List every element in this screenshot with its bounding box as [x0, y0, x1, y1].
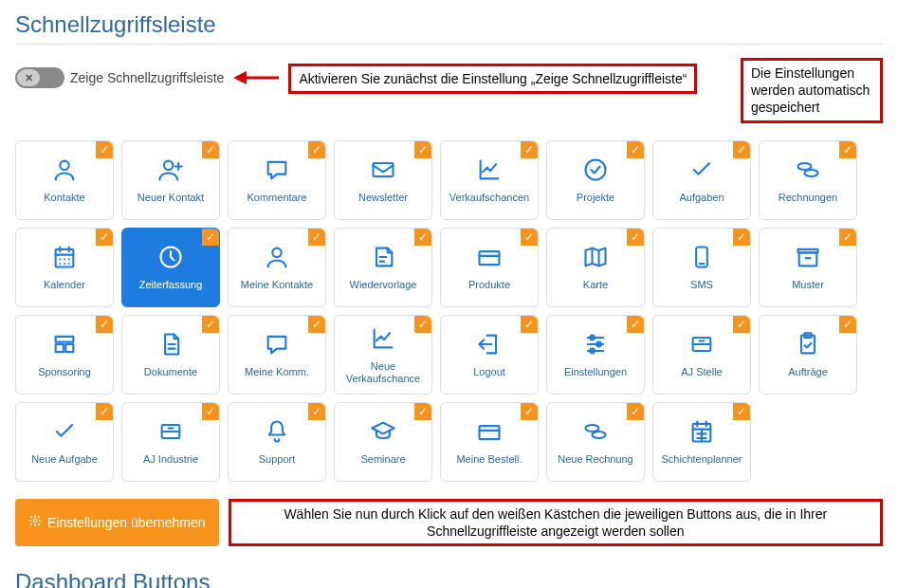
quickaccess-tile[interactable]: ✓Neue Verkaufschance: [334, 315, 432, 395]
quickaccess-tile[interactable]: ✓Wiedervorlage: [334, 228, 432, 307]
quickaccess-tile[interactable]: ✓Produkte: [440, 228, 539, 307]
tile-label: Einstellungen: [560, 366, 631, 378]
quickaccess-tile[interactable]: ✓Einstellungen: [546, 315, 645, 395]
circle-check-icon: [581, 156, 610, 184]
tile-checkbox[interactable]: ✓: [839, 316, 856, 333]
quickaccess-tile[interactable]: ✓Schichtenplanner: [652, 402, 751, 482]
tile-checkbox[interactable]: ✓: [733, 141, 750, 158]
tile-checkbox[interactable]: ✓: [96, 316, 113, 333]
tile-label: Neue Rechnung: [554, 453, 637, 466]
svg-rect-14: [798, 249, 818, 253]
card-icon: [475, 417, 504, 446]
tile-label: Meine Komm.: [241, 366, 313, 378]
tile-checkbox[interactable]: ✓: [627, 403, 644, 420]
quickaccess-tile[interactable]: ✓AJ Stelle: [652, 315, 751, 395]
tile-checkbox[interactable]: ✓: [733, 229, 750, 246]
annotation-select-tiles: Wählen Sie nun durch Klick auf den weiße…: [229, 499, 883, 546]
tile-checkbox[interactable]: ✓: [627, 229, 644, 246]
quickaccess-tile[interactable]: ✓Meine Komm.: [228, 315, 326, 395]
tile-label: Kontakte: [40, 192, 88, 204]
comment-icon: [263, 330, 291, 358]
tile-checkbox[interactable]: ✓: [839, 229, 856, 246]
quickaccess-tile[interactable]: ✓AJ Industrie: [121, 402, 220, 482]
envelope-icon: [369, 156, 397, 184]
quickaccess-tile[interactable]: ✓Kontakte: [15, 140, 114, 220]
quickaccess-tile[interactable]: ✓Seminare: [334, 402, 432, 482]
tile-checkbox[interactable]: ✓: [627, 141, 644, 158]
tile-checkbox[interactable]: ✓: [733, 316, 750, 333]
note-icon: [369, 243, 397, 271]
tile-checkbox[interactable]: ✓: [308, 141, 325, 158]
sliders-icon: [581, 330, 610, 358]
tile-checkbox[interactable]: ✓: [202, 141, 219, 158]
svg-rect-11: [480, 251, 500, 265]
tile-label: Seminare: [357, 453, 409, 466]
quickaccess-tile[interactable]: ✓Dokumente: [121, 315, 220, 395]
svg-marker-1: [233, 71, 247, 84]
tile-checkbox[interactable]: ✓: [414, 403, 431, 420]
tile-label: Karte: [579, 279, 612, 291]
quickaccess-tile[interactable]: ✓Sponsoring: [15, 315, 114, 395]
tile-checkbox[interactable]: ✓: [521, 316, 538, 333]
tile-checkbox[interactable]: ✓: [414, 141, 431, 158]
tile-checkbox[interactable]: ✓: [96, 141, 113, 158]
svg-point-6: [798, 163, 812, 170]
quickaccess-tile[interactable]: ✓Neuer Kontakt: [121, 140, 220, 220]
tile-checkbox[interactable]: ✓: [96, 403, 113, 420]
tile-checkbox[interactable]: ✓: [202, 403, 219, 420]
quickaccess-tile[interactable]: ✓Kalender: [15, 228, 114, 307]
quickaccess-tile[interactable]: ✓Kommentare: [228, 140, 326, 220]
tile-checkbox[interactable]: ✓: [627, 316, 644, 333]
quickaccess-tile[interactable]: ✓Logout: [440, 315, 539, 395]
tile-checkbox[interactable]: ✓: [202, 316, 219, 333]
clipboard-check-icon: [794, 330, 822, 358]
tile-checkbox[interactable]: ✓: [308, 403, 325, 420]
quickaccess-tile[interactable]: ✓Muster: [759, 228, 857, 307]
quickaccess-tile[interactable]: ✓Newsletter: [334, 140, 432, 220]
quickaccess-tile[interactable]: ✓Verkaufschancen: [440, 140, 539, 220]
check-icon: [687, 156, 716, 184]
quickaccess-tile[interactable]: ✓Meine Bestell.: [440, 402, 539, 482]
svg-rect-25: [480, 426, 500, 439]
tile-label: Neue Aufgabe: [27, 453, 101, 466]
tile-checkbox[interactable]: ✓: [733, 403, 750, 420]
quickaccess-tile[interactable]: ✓Aufgaben: [652, 140, 751, 220]
quickaccess-tile[interactable]: ✓Meine Kontakte: [228, 228, 326, 307]
quickaccess-tile[interactable]: ✓Zeiterfassung: [121, 228, 220, 307]
quickaccess-tile[interactable]: ✓Neue Rechnung: [546, 402, 645, 482]
toggle-label: Zeige Schnellzugriffsleiste: [70, 70, 224, 85]
quickaccess-tile[interactable]: ✓Rechnungen: [759, 140, 857, 220]
arrow-left-icon: [233, 67, 279, 88]
person-plus-icon: [156, 156, 185, 184]
tile-checkbox[interactable]: ✓: [414, 316, 431, 333]
quickaccess-tile[interactable]: ✓Aufträge: [759, 315, 857, 395]
svg-point-26: [586, 425, 599, 432]
tile-checkbox[interactable]: ✓: [521, 229, 538, 246]
svg-point-5: [586, 160, 606, 180]
graduation-icon: [369, 417, 397, 446]
person-icon: [50, 156, 79, 184]
show-quickaccess-toggle[interactable]: ✕: [15, 67, 64, 88]
quickaccess-tile[interactable]: ✓Support: [228, 402, 326, 482]
tile-label: Kalender: [40, 279, 89, 291]
quickaccess-tile[interactable]: ✓SMS: [652, 228, 751, 307]
tile-checkbox[interactable]: ✓: [96, 229, 113, 246]
logout-icon: [475, 330, 504, 358]
tile-checkbox[interactable]: ✓: [521, 141, 538, 158]
tile-label: Wiedervorlage: [346, 279, 421, 291]
apply-settings-button[interactable]: Einstellungen übernehmen: [15, 499, 219, 546]
tile-label: Support: [255, 453, 300, 466]
tile-checkbox[interactable]: ✓: [839, 141, 856, 158]
tile-checkbox[interactable]: ✓: [308, 316, 325, 333]
calendar-icon: [50, 243, 79, 271]
tile-checkbox[interactable]: ✓: [308, 229, 325, 246]
tile-checkbox[interactable]: ✓: [521, 403, 538, 420]
show-quickaccess-toggle-wrap: ✕ Zeige Schnellzugriffsleiste: [15, 67, 224, 88]
svg-point-10: [272, 248, 281, 257]
toggle-knob: ✕: [17, 69, 40, 86]
tile-checkbox[interactable]: ✓: [202, 229, 219, 246]
quickaccess-tile[interactable]: ✓Neue Aufgabe: [15, 402, 114, 482]
tile-checkbox[interactable]: ✓: [414, 229, 431, 246]
quickaccess-tile[interactable]: ✓Projekte: [546, 140, 645, 220]
quickaccess-tile[interactable]: ✓Karte: [546, 228, 645, 307]
